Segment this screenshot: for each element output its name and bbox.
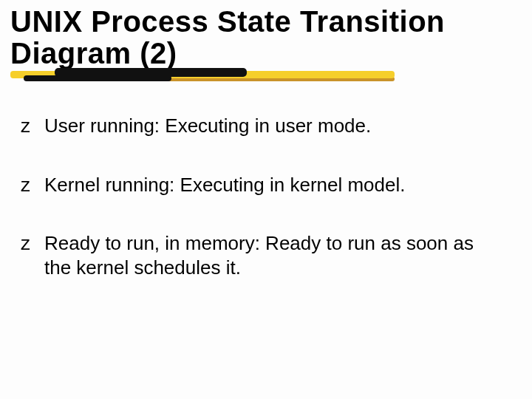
title-underline-decoration	[10, 68, 522, 89]
bullet-glyph-icon: z	[21, 173, 34, 197]
list-item: z Kernel running: Executing in kernel mo…	[21, 173, 505, 197]
bullet-list: z User running: Executing in user mode. …	[0, 89, 532, 280]
title-block: UNIX Process State Transition Diagram (2…	[0, 0, 532, 89]
bullet-glyph-icon: z	[21, 114, 34, 138]
bullet-text: User running: Executing in user mode.	[44, 114, 505, 138]
list-item: z Ready to run, in memory: Ready to run …	[21, 231, 505, 281]
bullet-glyph-icon: z	[21, 231, 34, 256]
slide-title: UNIX Process State Transition Diagram (2…	[10, 6, 522, 69]
bullet-text: Ready to run, in memory: Ready to run as…	[44, 231, 505, 281]
list-item: z User running: Executing in user mode.	[21, 114, 505, 138]
bullet-text: Kernel running: Executing in kernel mode…	[44, 173, 505, 197]
